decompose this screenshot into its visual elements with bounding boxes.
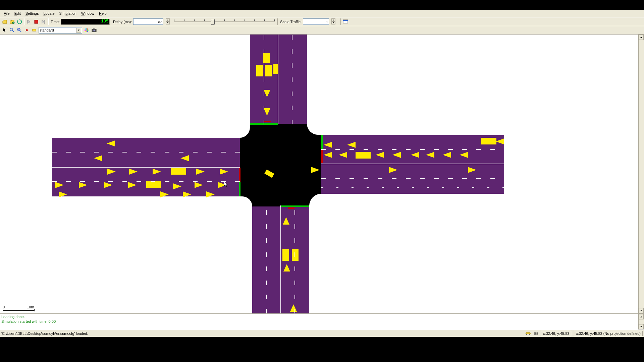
menu-settings[interactable]: Settings [23, 11, 41, 16]
screenshot-tool[interactable] [90, 26, 98, 34]
log-line-2: Simulation started with time: 0.00 [1, 319, 643, 324]
svg-rect-18 [93, 28, 95, 29]
locate-junction-tool[interactable] [23, 26, 31, 34]
time-label: Time: [51, 20, 60, 24]
svg-rect-14 [33, 29, 36, 31]
coord1: x:32.46, y:45.83 [541, 331, 571, 336]
delay-up[interactable]: ▲ [166, 18, 170, 21]
log-line-1: Loading done. [1, 314, 643, 319]
menu-simulation[interactable]: Simulation [57, 11, 79, 16]
scale-up[interactable]: ▲ [331, 18, 335, 21]
view-scheme-select[interactable]: standard ▼ [39, 27, 82, 34]
svg-point-10 [17, 28, 20, 31]
slider-thumb[interactable] [211, 20, 215, 25]
time-display: 135 [61, 19, 110, 25]
statusbar: 'C:\Users\DELL\Desktop\sumoyh\er.sumocfg… [0, 329, 644, 337]
scale-traffic-label: Scale Traffic: [280, 20, 301, 24]
delay-label: Delay (ms): [113, 20, 132, 24]
play-button[interactable] [25, 18, 33, 25]
svg-point-8 [10, 28, 13, 31]
status-file: 'C:\Users\DELL\Desktop\sumoyh\er.sumocfg… [0, 331, 525, 336]
zoom-fit-tool[interactable] [16, 26, 23, 34]
svg-line-11 [20, 31, 21, 32]
step-button[interactable] [40, 18, 47, 25]
chevron-down-icon: ▼ [76, 28, 81, 33]
locate-edge-tool[interactable] [31, 26, 38, 34]
scale-right: 10m [27, 305, 34, 309]
scale-bar: 0 10m [3, 305, 35, 311]
scale-left: 0 [3, 305, 5, 309]
menu-locate[interactable]: Locate [41, 11, 57, 16]
stop-button[interactable] [33, 18, 40, 25]
menubar: File Edit Settings Locate Simulation Win… [0, 10, 644, 17]
menu-edit[interactable]: Edit [12, 11, 23, 16]
svg-line-13 [25, 31, 26, 32]
vertical-scrollbar[interactable]: ▲ ▼ [638, 35, 644, 313]
toolbar-main: Time: 135 Delay (ms): ▲▼ Scale Traffic: … [0, 17, 644, 26]
simulation-viewport[interactable]: 0 10m ▲ ▼ [0, 35, 644, 313]
delay-slider[interactable] [174, 18, 275, 25]
svg-rect-7 [343, 20, 348, 21]
log-area: Loading done. Simulation started with ti… [0, 313, 644, 329]
coord2: x:32.46, y:45.83 (No projection defined) [574, 331, 643, 336]
svg-point-3 [12, 22, 14, 24]
pointer-tool[interactable] [1, 26, 8, 34]
vehicle-count: 55 [534, 331, 538, 336]
svg-rect-5 [44, 20, 45, 23]
cursor-icon [224, 181, 228, 188]
svg-rect-4 [35, 20, 38, 23]
scale-traffic-input[interactable] [303, 18, 329, 25]
delay-input[interactable] [133, 18, 163, 25]
menu-window[interactable]: Window [79, 11, 97, 16]
open-button[interactable] [1, 18, 8, 25]
zoom-tool[interactable] [8, 26, 16, 34]
delay-down[interactable]: ▼ [166, 21, 170, 24]
menu-help[interactable]: Help [97, 11, 109, 16]
svg-point-19 [526, 334, 527, 335]
reload-button[interactable] [16, 18, 23, 25]
log-scrollbar[interactable]: ▲ ▼ [638, 314, 644, 329]
toolbar-view: standard ▼ [0, 26, 644, 35]
svg-point-20 [529, 334, 530, 335]
view-scheme-label: standard [40, 28, 54, 32]
open-network-button[interactable] [8, 18, 16, 25]
svg-point-17 [93, 30, 95, 32]
view-button[interactable] [342, 18, 349, 25]
vehicle-icon [525, 331, 532, 336]
svg-line-9 [12, 31, 14, 32]
menu-file[interactable]: File [1, 11, 12, 16]
scale-down[interactable]: ▼ [331, 21, 335, 24]
color-wheel-tool[interactable] [83, 26, 90, 34]
